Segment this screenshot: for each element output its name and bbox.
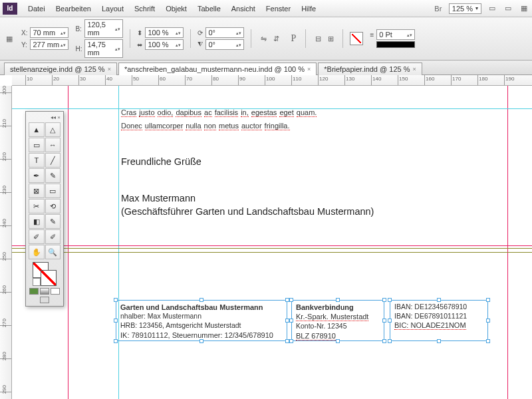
menu-bearbeiten[interactable]: Bearbeiten bbox=[51, 3, 96, 14]
rotate-input[interactable]: 0°▴▾ bbox=[205, 27, 244, 38]
app-logo: Id bbox=[3, 3, 17, 15]
apply-gradient[interactable] bbox=[40, 288, 49, 295]
body-line1: Cras justo odio, dapibus ac facilisis in… bbox=[121, 106, 317, 119]
guide-horizontal[interactable] bbox=[12, 248, 532, 249]
canvas[interactable]: Cras justo odio, dapibus ac facilisis in… bbox=[12, 86, 532, 399]
text-frame-col2[interactable]: Bankverbindung Kr.-Spark. Musterstadt Ko… bbox=[291, 300, 384, 341]
apply-color[interactable] bbox=[29, 288, 39, 295]
guide-horizontal[interactable] bbox=[12, 245, 532, 246]
align-icon[interactable]: ⊟ bbox=[313, 33, 323, 44]
closing: Freundliche Grüße bbox=[121, 156, 201, 169]
stroke-label: ≡ bbox=[370, 31, 374, 39]
char-panel-icon[interactable]: P bbox=[288, 33, 299, 44]
hand-tool[interactable]: ✋ bbox=[29, 245, 45, 259]
menu-schrift[interactable]: Schrift bbox=[129, 3, 160, 14]
scale-x-icon: ⬍ bbox=[137, 29, 142, 37]
collapse-icon[interactable]: ◂◂ bbox=[51, 114, 56, 121]
col3-row: BIC: NOLADE21NOM bbox=[394, 321, 466, 330]
direct-select-tool[interactable]: △ bbox=[45, 122, 61, 137]
rect-tool[interactable]: ▭ bbox=[45, 184, 61, 198]
document-tab[interactable]: *Briefpapier.indd @ 125 %× bbox=[318, 63, 422, 75]
menu-datei[interactable]: Datei bbox=[23, 3, 51, 14]
frame-tool[interactable]: ⊠ bbox=[29, 184, 45, 198]
col1-row: nhalber: Max Mustermann bbox=[120, 312, 283, 321]
w-label: B: bbox=[75, 25, 82, 33]
scale-y-icon: ⬌ bbox=[137, 41, 142, 49]
shear-icon: ⧨ bbox=[198, 41, 203, 49]
h-input[interactable]: 14,75 mm▴▾ bbox=[84, 39, 123, 58]
pen-tool[interactable]: ✒ bbox=[29, 168, 45, 183]
distribute-icon[interactable]: ⊞ bbox=[325, 33, 336, 44]
col1-row: IK: 789101112, Steuernummer: 12/345/6789… bbox=[120, 331, 273, 339]
menubar: Id DateiBearbeitenLayoutSchriftObjektTab… bbox=[0, 0, 532, 17]
eyedropper2-tool[interactable]: ✐ bbox=[45, 229, 61, 244]
fill-swatch[interactable] bbox=[350, 32, 363, 45]
page-tool[interactable]: ▭ bbox=[29, 138, 45, 152]
scale-y-input[interactable]: 100 %▴▾ bbox=[145, 39, 184, 50]
col2-row: Konto-Nr. 12345 bbox=[296, 322, 380, 331]
menu-objekt[interactable]: Objekt bbox=[160, 3, 192, 14]
document-tab[interactable]: stellenanzeige.indd @ 125 %× bbox=[4, 63, 117, 75]
zoom-level[interactable]: 125 %▾ bbox=[449, 3, 481, 14]
type-tool[interactable]: T bbox=[29, 153, 45, 168]
col2-row: Kr.-Spark. Musterstadt bbox=[296, 313, 368, 321]
arrange-icon[interactable]: ▦ bbox=[519, 3, 529, 14]
y-input[interactable]: 277 mm▴▾ bbox=[30, 39, 68, 50]
close-tab-icon[interactable]: × bbox=[307, 66, 311, 72]
col1-row: HRB: 123456, Amtsgericht Musterstadt bbox=[120, 321, 283, 331]
screen-icon[interactable]: ▭ bbox=[503, 3, 513, 14]
shear-input[interactable]: 0°▴▾ bbox=[205, 39, 244, 50]
guide-vertical[interactable] bbox=[118, 86, 119, 399]
menu-ansicht[interactable]: Ansicht bbox=[226, 3, 261, 14]
menu-hilfe[interactable]: Hilfe bbox=[296, 3, 321, 14]
gap-tool[interactable]: ↔ bbox=[45, 138, 61, 152]
gradient-tool[interactable]: ◧ bbox=[29, 214, 45, 229]
guide-vertical[interactable] bbox=[507, 86, 508, 399]
selection-tool[interactable]: ▲ bbox=[29, 122, 45, 137]
close-tab-icon[interactable]: × bbox=[412, 66, 416, 72]
close-tab-icon[interactable]: × bbox=[108, 66, 111, 72]
y-label: Y: bbox=[21, 41, 27, 49]
transform-tool[interactable]: ⟲ bbox=[45, 199, 61, 213]
horizontal-ruler[interactable]: 1020304050607080901001101201301401501601… bbox=[12, 75, 532, 86]
line-tool[interactable]: ╱ bbox=[45, 153, 61, 168]
eyedropper-tool[interactable]: ✐ bbox=[29, 229, 45, 244]
default-fs-icon[interactable] bbox=[33, 278, 41, 286]
bridge-icon[interactable]: Br bbox=[433, 3, 444, 14]
document-tab[interactable]: *anschreiben_galabau_mustermann-neu.indd… bbox=[118, 63, 317, 75]
view-icon[interactable]: ▭ bbox=[487, 3, 497, 14]
guide-horizontal[interactable] bbox=[12, 252, 532, 253]
scissors-tool[interactable]: ✂ bbox=[29, 199, 45, 213]
rotate-icon: ⟳ bbox=[198, 29, 203, 37]
stroke-input[interactable]: 0 Pt▴▾ bbox=[376, 29, 415, 40]
x-input[interactable]: 70 mm▴▾ bbox=[30, 27, 68, 38]
fill-stroke-swatch[interactable] bbox=[33, 262, 57, 286]
stroke-style[interactable] bbox=[376, 41, 415, 48]
sender-role: (Geschäftsführer Garten und Landschaftsb… bbox=[121, 205, 374, 219]
w-input[interactable]: 120,5 mm▴▾ bbox=[84, 19, 123, 38]
guide-vertical[interactable] bbox=[68, 86, 68, 399]
col3-row: IBAN: DE67891011121 bbox=[394, 312, 483, 321]
body-line2: Donec ullamcorper nulla non metus auctor… bbox=[121, 119, 290, 132]
note-tool[interactable]: ✎ bbox=[45, 214, 61, 229]
text-frame-col1[interactable]: Garten und Landschaftsbau Mustermann nha… bbox=[116, 300, 287, 341]
vertical-ruler[interactable]: 200210220230240250260270280290 bbox=[0, 86, 12, 399]
menu-fenster[interactable]: Fenster bbox=[261, 3, 296, 14]
col2-row: BLZ 678910 bbox=[296, 332, 336, 340]
pencil-tool[interactable]: ✎ bbox=[45, 168, 61, 183]
menu-layout[interactable]: Layout bbox=[96, 3, 129, 14]
apply-none[interactable] bbox=[51, 288, 60, 295]
close-icon[interactable]: × bbox=[57, 114, 61, 121]
ref-point-icon[interactable]: ▦ bbox=[4, 33, 15, 44]
view-mode[interactable] bbox=[40, 297, 49, 303]
col2-title: Bankverbindung bbox=[296, 303, 380, 312]
col3-row: IBAN: DE12345678910 bbox=[394, 303, 483, 312]
flip-v-icon[interactable]: ⇵ bbox=[271, 33, 281, 44]
scale-x-input[interactable]: 100 %▴▾ bbox=[145, 27, 184, 38]
flip-h-icon[interactable]: ⇋ bbox=[258, 33, 269, 44]
toolbox[interactable]: ◂◂× ▲△▭↔T╱✒✎⊠▭✂⟲◧✎✐✐✋🔍 bbox=[25, 111, 64, 307]
text-frame-col3[interactable]: IBAN: DE12345678910 IBAN: DE67891011121 … bbox=[390, 300, 488, 341]
sender-name: Max Mustermann bbox=[121, 192, 196, 205]
menu-tabelle[interactable]: Tabelle bbox=[192, 3, 226, 14]
zoom-tool[interactable]: 🔍 bbox=[45, 245, 61, 259]
